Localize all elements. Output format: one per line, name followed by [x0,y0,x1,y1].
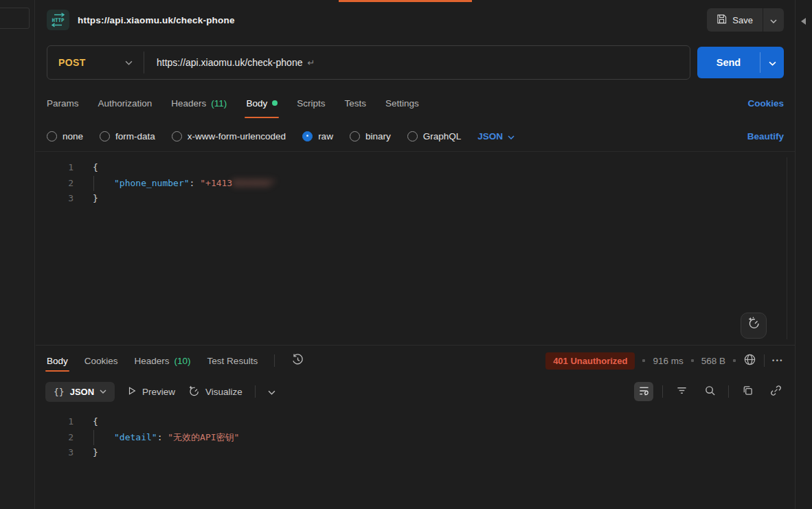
response-history-button[interactable] [291,353,304,368]
body-modified-dot [272,100,278,106]
copy-button[interactable] [738,382,757,401]
code-line: 3 } [36,445,795,461]
send-button-group: Send [697,47,784,78]
divider [274,354,275,367]
url-text: https://api.xiaomu.uk/check-phone [157,57,302,68]
tab-authorization[interactable]: Authorization [98,85,153,121]
link-button[interactable] [766,382,785,401]
radio-graphql[interactable]: GraphQL [407,131,462,142]
raw-format-selector[interactable]: JSON [477,131,515,142]
status-badge[interactable]: 401 Unauthorized [545,352,635,370]
http-request-icon: HTTP [47,10,69,30]
save-button-group: Save [707,8,784,32]
radio-x-www-form-urlencoded[interactable]: x-www-form-urlencoded [172,131,286,142]
tab-scripts[interactable]: Scripts [297,85,325,121]
chevron-down-icon [508,131,515,142]
divider [764,354,765,367]
response-format-selector[interactable]: {} JSON [45,382,115,402]
save-button[interactable]: Save [707,8,763,32]
postbot-ai-button[interactable] [741,313,767,339]
more-options-button[interactable]: ••• [772,357,784,364]
enter-key-hint: ↵ [307,58,315,68]
send-button-label: Send [717,57,741,68]
request-header-bar: HTTP https://api.xiaomu.uk/check-phone S… [36,0,795,40]
preview-button[interactable]: Preview [127,386,175,398]
toolbar-collapse-button[interactable] [268,387,275,397]
method-label: POST [58,57,86,68]
response-body-editor[interactable]: 1 { 2 "detail": "无效的API密钥" 3 } [36,407,795,509]
request-body-editor[interactable]: 1 { 2 "phone_number": "+14135555555" 3 } [36,151,795,345]
radio-circle-icon [47,131,57,142]
redacted-phone-value: 5555555" [232,178,275,188]
error-detail-value: "无效的API密钥" [168,432,239,442]
body-mode-row: none form-data x-www-form-urlencoded raw… [36,121,795,151]
request-title: https://api.xiaomu.uk/check-phone [78,15,235,25]
radio-raw[interactable]: raw [302,131,333,142]
line-number: 3 [36,445,74,461]
save-options-button[interactable] [763,8,784,32]
tab-params[interactable]: Params [47,85,79,121]
response-tab-headers[interactable]: Headers (10) [135,346,191,376]
postbot-sparkle-icon [747,316,760,335]
link-icon [770,385,782,398]
tab-tests[interactable]: Tests [344,85,366,121]
search-icon [704,385,716,398]
response-tab-cookies[interactable]: Cookies [84,346,118,376]
right-toolbar-strip [795,0,812,509]
word-wrap-button[interactable] [634,382,653,401]
response-panel: Body Cookies Headers (10) Test Results [36,345,795,509]
indent-guide [93,430,94,446]
word-wrap-icon [638,385,650,398]
response-tab-test-results[interactable]: Test Results [207,346,258,376]
filter-icon [676,385,688,398]
beautify-link[interactable]: Beautify [747,131,784,142]
history-clock-icon [291,353,304,368]
tab-settings[interactable]: Settings [385,85,419,121]
save-button-label: Save [732,15,753,25]
radio-circle-icon [350,131,360,142]
response-time[interactable]: 916 ms [653,356,683,366]
save-icon [717,14,727,26]
collapse-arrow-icon[interactable] [801,18,806,25]
main-panel: HTTP https://api.xiaomu.uk/check-phone S… [36,0,795,509]
chevron-down-icon [100,389,106,394]
line-number: 1 [36,414,74,430]
radio-form-data[interactable]: form-data [100,131,155,142]
response-tabs: Body Cookies Headers (10) Test Results [36,346,795,376]
editor-scrollbar[interactable] [787,157,787,339]
chevron-down-icon [125,60,133,65]
search-button[interactable] [700,382,719,401]
network-info-button[interactable] [743,353,756,368]
visualize-button[interactable]: Visualize [188,385,243,399]
radio-none[interactable]: none [47,131,83,142]
copy-icon [742,385,754,398]
braces-icon: {} [54,387,65,397]
response-action-icons [634,382,785,401]
divider [662,385,663,398]
cookies-link[interactable]: Cookies [747,98,784,109]
response-tab-body[interactable]: Body [47,346,68,376]
sidebar-collapsed-tab[interactable] [0,8,30,29]
request-tabs: Params Authorization Headers (11) Body S… [36,85,795,121]
code-line: 2 "phone_number": "+14135555555" [36,176,795,192]
radio-circle-icon [407,131,418,142]
method-selector[interactable]: POST [47,46,144,79]
response-size[interactable]: 568 B [701,356,725,366]
divider [255,385,256,398]
visualize-sparkle-icon [188,385,200,399]
request-url-row: POST https://api.xiaomu.uk/check-phone ↵… [36,40,795,85]
line-number: 3 [36,191,74,207]
tab-body[interactable]: Body [246,85,278,121]
code-line: 1 { [36,414,795,430]
send-options-button[interactable] [760,47,784,78]
radio-binary[interactable]: binary [350,131,391,142]
filter-button[interactable] [672,382,691,401]
chevron-down-icon [268,387,275,397]
separator-dot [691,359,694,362]
response-headers-count: (10) [174,356,191,366]
tab-headers[interactable]: Headers (11) [171,85,227,121]
send-button[interactable]: Send [697,47,760,78]
url-input[interactable]: https://api.xiaomu.uk/check-phone ↵ [144,46,690,79]
radio-circle-icon [100,131,110,142]
chevron-down-icon [769,58,776,68]
